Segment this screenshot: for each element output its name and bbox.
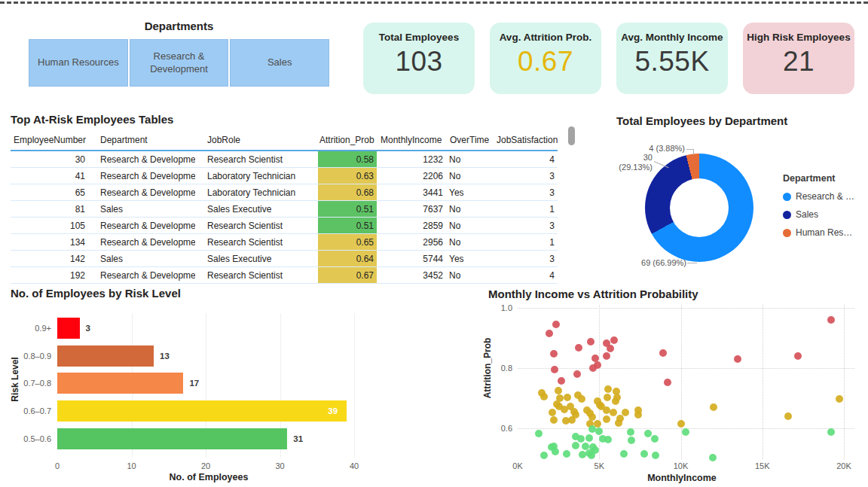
- legend-item-research-development[interactable]: Research & …: [783, 191, 854, 202]
- scatter-point[interactable]: [604, 394, 611, 401]
- table-row[interactable]: 81SalesSales Executive0.517637No1: [11, 201, 558, 218]
- table-cell: 0.58: [318, 151, 377, 168]
- scatter-point[interactable]: [563, 450, 570, 458]
- scatter-point[interactable]: [784, 412, 792, 420]
- slicer-button-research-development[interactable]: Research & Development: [130, 39, 229, 87]
- column-header[interactable]: EmployeeNumber: [11, 132, 88, 151]
- scatter-point[interactable]: [552, 321, 560, 328]
- scatter-point[interactable]: [610, 336, 618, 344]
- scatter-point[interactable]: [603, 352, 610, 360]
- scatter-point[interactable]: [651, 435, 659, 443]
- scatter-point[interactable]: [551, 366, 558, 373]
- scatter-point[interactable]: [616, 415, 624, 422]
- scatter-point[interactable]: [664, 379, 671, 386]
- table-row[interactable]: 41Research & DevelopmentLaboratory Techn…: [11, 168, 558, 184]
- bar-axis-tick-label: 30: [268, 461, 292, 470]
- slicer-button-human-resources[interactable]: Human Resources: [29, 39, 128, 87]
- scatter-point[interactable]: [607, 345, 614, 352]
- scatter-point[interactable]: [709, 454, 717, 461]
- scatter-point[interactable]: [794, 352, 802, 360]
- risk-bar[interactable]: [57, 345, 154, 367]
- column-header[interactable]: OverTime: [446, 132, 490, 151]
- scatter-point[interactable]: [555, 387, 562, 394]
- scatter-point[interactable]: [734, 355, 741, 363]
- slicer-button-sales[interactable]: Sales: [230, 39, 329, 87]
- scatter-point[interactable]: [573, 370, 581, 378]
- table-row[interactable]: 30Research & DevelopmentResearch Scienti…: [11, 151, 558, 168]
- scatter-point[interactable]: [620, 450, 628, 458]
- scatter-point[interactable]: [628, 437, 635, 444]
- scatter-point[interactable]: [591, 446, 599, 454]
- risk-bar[interactable]: [57, 428, 287, 449]
- table-row[interactable]: 105Research & DevelopmentResearch Scient…: [11, 218, 558, 234]
- scatter-point[interactable]: [572, 442, 579, 449]
- column-header[interactable]: JobSatisfaction: [490, 132, 558, 151]
- table-header-row: EmployeeNumber Department JobRole Attrit…: [11, 132, 558, 151]
- scatter-point[interactable]: [827, 428, 835, 436]
- scatter-point[interactable]: [587, 338, 594, 345]
- scatter-point[interactable]: [540, 393, 548, 400]
- scatter-point[interactable]: [640, 450, 648, 458]
- table-cell: Research Scientist: [195, 234, 318, 251]
- legend-item-human-resources[interactable]: Human Res…: [783, 227, 854, 238]
- scatter-point[interactable]: [535, 430, 542, 437]
- kpi-label: High Risk Employees: [743, 32, 854, 43]
- scatter-point[interactable]: [604, 436, 612, 443]
- scatter-point[interactable]: [585, 434, 593, 442]
- scatter-point[interactable]: [550, 416, 558, 424]
- legend-item-sales[interactable]: Sales: [783, 209, 854, 220]
- scatter-point[interactable]: [549, 409, 556, 416]
- column-header[interactable]: JobRole: [195, 132, 318, 151]
- risk-bar[interactable]: [57, 318, 80, 339]
- risk-bar[interactable]: [57, 400, 347, 422]
- scatter-point[interactable]: [634, 411, 642, 419]
- scatter-point[interactable]: [564, 394, 571, 401]
- table-row[interactable]: 192Research & DevelopmentResearch Scient…: [11, 267, 558, 284]
- scatter-point[interactable]: [677, 420, 685, 428]
- table-cell: Research & Development: [88, 218, 195, 234]
- scatter-point[interactable]: [659, 349, 667, 357]
- bar-plot-area: 0102030400.9+30.8–0.9130.7–0.8170.6–0.73…: [0, 286, 437, 487]
- departments-slicer: Departments Human Resources Research & D…: [29, 20, 329, 90]
- table-cell: 3: [490, 218, 558, 234]
- table-cell: Research Scientist: [195, 267, 318, 284]
- bar-category-label: 0.7–0.8: [0, 379, 51, 388]
- scatter-point[interactable]: [572, 411, 579, 419]
- scatter-point[interactable]: [710, 403, 717, 411]
- scatter-point[interactable]: [556, 394, 564, 402]
- table-scrollbar-thumb[interactable]: [568, 126, 575, 145]
- scatter-point[interactable]: [578, 395, 585, 403]
- table-cell: Research & Development: [88, 151, 195, 168]
- scatter-point[interactable]: [577, 435, 585, 443]
- scatter-point[interactable]: [558, 377, 565, 385]
- table-cell: Research & Development: [88, 267, 195, 284]
- scatter-point[interactable]: [604, 385, 612, 393]
- scatter-point[interactable]: [612, 397, 619, 405]
- bar-x-axis-label: No. of Employees: [141, 472, 277, 482]
- scatter-point[interactable]: [827, 316, 835, 324]
- table-cell: No: [446, 168, 490, 184]
- table-row[interactable]: 142SalesSales Executive0.645744Yes3: [11, 251, 558, 267]
- scatter-point[interactable]: [546, 330, 553, 337]
- column-header[interactable]: MonthlyIncome: [377, 132, 446, 151]
- scatter-point[interactable]: [610, 409, 617, 416]
- scatter-point[interactable]: [622, 409, 629, 416]
- scatter-point[interactable]: [627, 428, 634, 436]
- table-row[interactable]: 65Research & DevelopmentLaboratory Techn…: [11, 184, 558, 201]
- column-header[interactable]: Attrition_Prob: [318, 132, 377, 151]
- column-header[interactable]: Department: [88, 132, 195, 151]
- risk-bar[interactable]: [57, 373, 183, 394]
- scatter-point[interactable]: [575, 344, 582, 352]
- scatter-point[interactable]: [682, 428, 689, 436]
- table-cell: No: [446, 267, 490, 284]
- scatter-point[interactable]: [603, 415, 610, 423]
- scatter-point[interactable]: [652, 452, 659, 459]
- table-cell: Sales Executive: [195, 201, 318, 218]
- scatter-point[interactable]: [595, 428, 603, 435]
- scatter-point[interactable]: [540, 452, 548, 459]
- table-row[interactable]: 134Research & DevelopmentResearch Scient…: [11, 234, 558, 251]
- scatter-point[interactable]: [552, 448, 559, 455]
- scatter-point[interactable]: [550, 350, 558, 358]
- scatter-point[interactable]: [836, 395, 843, 403]
- bar-gridline: [354, 313, 355, 458]
